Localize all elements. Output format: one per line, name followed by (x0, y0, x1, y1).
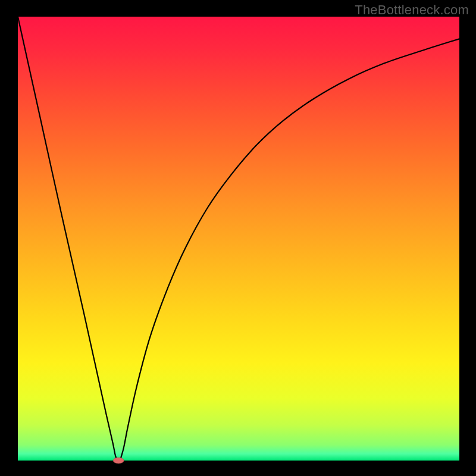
gradient-background (18, 17, 459, 461)
watermark-text: TheBottleneck.com (355, 2, 469, 18)
chart-svg (0, 0, 476, 476)
chart-stage: TheBottleneck.com (0, 0, 476, 476)
bottom-marker (113, 458, 124, 464)
